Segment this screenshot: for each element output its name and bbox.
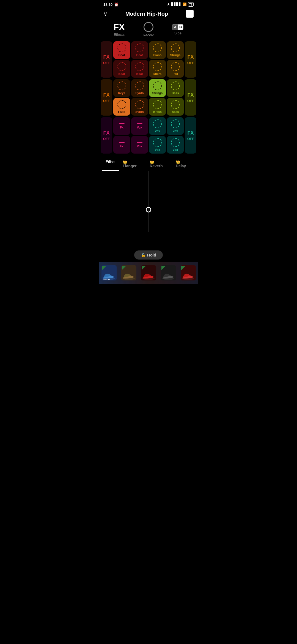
filter-area[interactable]	[99, 171, 198, 248]
off-row1-right-label: OFF	[187, 61, 194, 65]
svg-text:WANGDI: WANGDI	[103, 279, 110, 280]
pad-label: Vox	[155, 129, 160, 133]
grid-inner-row2: Keys Synth Strings Bass Flute Synth Bras…	[113, 79, 184, 116]
ad-shoe-4	[161, 265, 176, 280]
record-label: Record	[143, 33, 154, 37]
off-row2-label: OFF	[103, 99, 110, 103]
crosshair-vertical	[148, 171, 149, 232]
record-icon	[144, 22, 153, 32]
pad-label: Flute	[118, 110, 125, 113]
pad-vox-5[interactable]: Vox	[149, 136, 166, 154]
pad-vox-6[interactable]: Vox	[167, 136, 184, 154]
pad-synth-1[interactable]: Synth	[131, 79, 148, 97]
pad-mbira[interactable]: Mbira	[149, 60, 166, 78]
grid-inner-row3: Fx Vox Vox Vox Fx Vox Vox Vox	[113, 117, 184, 154]
pad-flute[interactable]: Flute	[113, 98, 130, 116]
pad-label: Bass	[172, 110, 179, 113]
pad-piano[interactable]: Piano	[149, 41, 166, 59]
pad-bass-2[interactable]: Bass	[167, 98, 184, 116]
header: ∨ Modern Hip-Hop	[99, 8, 198, 21]
ab-side-control[interactable]: A B Side	[172, 24, 183, 35]
pad-strings[interactable]: Strings	[167, 41, 184, 59]
pad-vox-1[interactable]: Vox	[131, 117, 148, 135]
pad-brass[interactable]: Brass	[149, 98, 166, 116]
pad-beat-3[interactable]: Beat	[113, 60, 130, 78]
pad-label: Beat	[119, 53, 125, 57]
filter-dot[interactable]	[146, 207, 151, 212]
pad-pad[interactable]: Pad	[167, 60, 184, 78]
fx-row3-label: FX	[103, 130, 109, 136]
tab-delay[interactable]: 👑Delay	[172, 157, 195, 171]
pad-circle	[117, 43, 126, 52]
grid-row-3: FX OFF Fx Vox Vox Vox Fx Vox	[99, 116, 198, 154]
crown-icon-flanger: 👑	[123, 159, 127, 164]
pad-strings-green[interactable]: Strings	[149, 79, 166, 97]
hold-label: Hold	[147, 253, 156, 257]
status-right: ★ ▋▋▋▋ 📶 77	[167, 2, 194, 7]
fx-tabs: Filter 👑Flanger 👑Reverb 👑Delay	[99, 154, 198, 171]
fx-side-row1[interactable]: FX OFF	[101, 41, 112, 78]
pad-vox-3[interactable]: Vox	[167, 117, 184, 135]
time: 18:30	[103, 2, 112, 7]
pad-label: Vox	[137, 144, 142, 148]
off-row3-label: OFF	[103, 137, 110, 141]
fx-side-row1-right[interactable]: FX OFF	[185, 41, 196, 78]
pad-circle	[171, 62, 180, 71]
pad-circle	[153, 119, 162, 128]
off-row2-right-label: OFF	[187, 99, 194, 103]
pad-circle	[171, 138, 180, 147]
lock-icon: 🔒	[141, 253, 145, 257]
ad-banner[interactable]: WANGDI	[99, 262, 198, 284]
pad-label: Beat	[136, 53, 143, 57]
pad-label: Synth	[135, 91, 144, 95]
pad-label: Vox	[173, 148, 178, 151]
top-controls: FX Effects Record A B Side	[99, 21, 198, 40]
pad-dash	[137, 123, 142, 124]
pad-keys[interactable]: Keys	[113, 79, 130, 97]
fx-side-row3[interactable]: FX OFF	[101, 117, 112, 154]
fx-row1-right-label: FX	[187, 54, 194, 60]
ad-shoe-3	[141, 265, 156, 280]
page-title: Modern Hip-Hop	[125, 11, 168, 17]
tab-flanger[interactable]: 👑Flanger	[119, 157, 146, 171]
fx-side-row2[interactable]: FX OFF	[101, 79, 112, 116]
pad-label: Pad	[172, 72, 178, 75]
record-control[interactable]: Record	[143, 22, 154, 37]
pad-label: Vox	[173, 129, 178, 133]
pad-synth-2[interactable]: Synth	[131, 98, 148, 116]
chevron-down-button[interactable]: ∨	[103, 10, 108, 17]
pad-circle	[135, 43, 144, 52]
crown-icon-delay: 👑	[176, 159, 180, 164]
pad-circle	[135, 100, 144, 109]
pad-vox-2[interactable]: Vox	[149, 117, 166, 135]
fx-row2-label: FX	[103, 92, 109, 98]
pad-circle	[117, 100, 126, 109]
hold-button[interactable]: 🔒 Hold	[134, 250, 163, 260]
pad-fx-1[interactable]: Fx	[113, 117, 130, 135]
tab-reverb[interactable]: 👑Reverb	[146, 157, 172, 171]
ab-badge: A B	[172, 24, 183, 30]
pad-fx-2[interactable]: Fx	[113, 136, 130, 154]
pad-beat-1[interactable]: Beat	[113, 41, 130, 59]
side-label: Side	[174, 31, 182, 35]
signal-icon: ▋▋▋▋	[171, 2, 181, 6]
ad-shoe-1: WANGDI	[101, 265, 117, 280]
pad-bass-1[interactable]: Bass	[167, 79, 184, 97]
pad-circle	[153, 100, 162, 109]
pad-circle	[171, 81, 180, 90]
pad-label: Vox	[155, 148, 160, 151]
fx-side-row2-right[interactable]: FX OFF	[185, 79, 196, 116]
stop-button[interactable]	[186, 10, 194, 18]
pad-label: Fx	[120, 126, 123, 129]
fx-effects-control[interactable]: FX Effects	[114, 23, 125, 37]
fx-side-row3-right[interactable]: FX OFF	[185, 117, 196, 154]
tab-filter[interactable]: Filter	[102, 157, 119, 171]
fx-row3-right-label: FX	[187, 130, 194, 136]
pad-circle	[153, 81, 162, 90]
pad-beat-4[interactable]: Beat	[131, 60, 148, 78]
pad-beat-2[interactable]: Beat	[131, 41, 148, 59]
grid-inner-row1: Beat Beat Piano Strings Beat Beat Mbira	[113, 41, 184, 78]
crown-icon-reverb: 👑	[150, 159, 154, 164]
pad-vox-4[interactable]: Vox	[131, 136, 148, 154]
pad-circle	[153, 62, 162, 71]
